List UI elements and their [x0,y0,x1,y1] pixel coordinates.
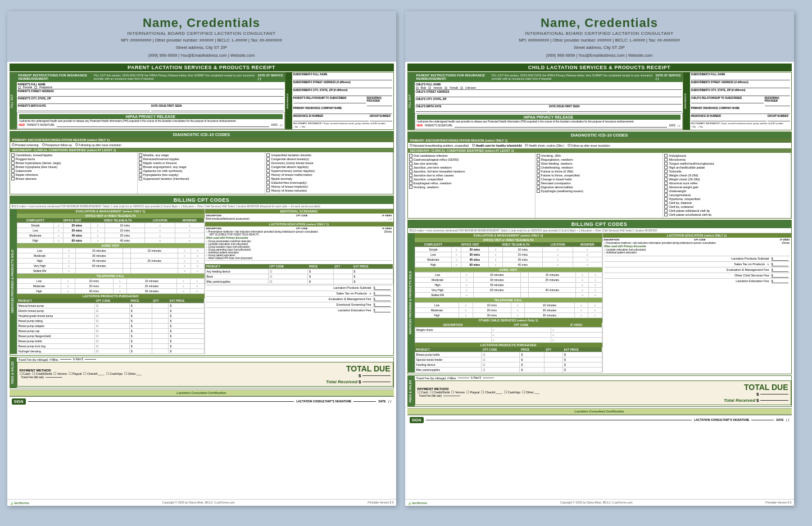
doc1-footer-version: Printable Version 8.0 [368,501,393,505]
doc2-date-line [751,420,774,420]
doc2-primary-item1[interactable]: Neonatal breastfeeding problem, unspecif… [410,144,469,147]
doc1-primary-label: PRIMARY: ENCOUNTER/CONSULTATION REASON (… [12,138,110,142]
doc1-signature-section: SIGN LACTATION CONSULTANT'S SIGNATURE DA… [10,396,394,406]
doc1-icd-col1: Candidiasis, breast/nipples Plugged duct… [10,152,138,194]
doc2-pay-credit[interactable]: Credit/Debit [433,391,450,394]
table-row: Moderate○30 minutes ○○ [17,253,204,258]
doc1-fees-main: FEES & SALES Travel Fee (by mileage): # … [10,357,393,388]
doc2-pay-check[interactable]: Check#____ [485,391,502,394]
table-row: Hydrogel dressing☐$$ [17,348,204,353]
doc1-tel-table: Low○10 mins ○10 minutes ○○ Moderate○20 m… [17,278,205,294]
doc1-contact: (999) 999-9999 | You@EmailAddress.com | … [13,52,391,58]
doc2-credential: INTERNATIONAL BOARD CERTIFIED LACTATION … [411,31,788,36]
doc2-pay-cashapp[interactable]: CashApp [507,391,520,394]
doc2-contact: (999) 999-9999 | You@EmailAddress.com | … [411,52,788,58]
table-row: Moderate○20 mins ○20 minutes ○○ [17,283,204,288]
doc1-date-label-sig: DATE [378,400,385,403]
doc1-primary-item3[interactable]: Following up after issue resolution [75,143,121,147]
doc1-payment-section: PAYMENT METHOD ☐ Cash ☐ Credit/Debit ☐ V… [17,362,393,387]
doc1-pay-paypal[interactable]: Paypal [72,372,82,375]
doc1-pay-credit[interactable]: Credit/Debit [35,372,52,375]
doc2-payment-section: PAYMENT METHOD ☐ Cash ☐ Credit/Debit ☐ V… [415,380,791,405]
doc1-hipaa-title: HIPAA PRIVACY RELEASE [19,114,283,119]
doc2-npi: NPI: ######### | Other provider number: … [411,37,788,43]
doc2-primary-item4[interactable]: Follow-up after issue resolution [568,144,610,147]
doc2-footer-version: Printable Version 8.0 [765,501,791,505]
doc2-pay-venmo[interactable]: Venmo [455,391,465,394]
doc1-credential: INTERNATIONAL BOARD CERTIFIED LACTATION … [13,31,391,36]
doc2-eval-title: EVALUATION & MANAGEMENT (select ONLY 1) [415,233,602,238]
doc2-icd-title: DIAGNOSTIC ICD-10 CODES [408,132,791,138]
doc1-cert-bar: Lactation Consultant Certification [10,389,394,396]
table-row: Low ○30 mins ○15 mins ○○ [17,228,204,233]
doc1-hipaa-text: I authorize the undersigned health care … [19,120,283,123]
doc1-sales-tax: Sales Tax on Products % $ [206,291,392,296]
doc1-form-body: PARENT LACTATION SERVICES & PRODUCTS REC… [7,62,396,499]
table-row: Skilled RN○ ○○ [415,292,602,297]
doc1-form-title: PARENT LACTATION SERVICES & PRODUCTS REC… [10,64,394,71]
doc2-services-section: SERVICES PROVIDED & PRODUCTS SOLD EVALUA… [408,233,791,373]
doc1-date-of-service: DATE OF SERVICE / / [258,74,283,81]
doc2-date-of-service: DATE OF SERVICE / / [656,74,681,81]
doc1-icd-title: DIAGNOSTIC ICD-10 CODES [10,132,393,138]
doc1-pay-cash[interactable]: Cash [23,372,30,375]
table-row: Breast pump cap☐$$ [17,328,204,333]
doc1-address: Street address, City ST ZIP [13,44,391,51]
doc2-sig-label: LACTATION CONSULTANT'S SIGNATURE [694,418,749,421]
table-row: Weight check○○ [415,327,602,332]
doc1-date-line [353,401,376,402]
doc2-hipaa: HIPAA PRIVACY RELEASE I authorize the un… [415,113,683,129]
doc1-primary-item1[interactable]: Prenatal screening [12,143,39,147]
doc2-icd-col1: Oral candidiasis infection Gastroesophag… [408,153,536,218]
doc2-pay-cash[interactable]: Cash [421,391,428,394]
doc2-pay-other[interactable]: Other:___ [526,391,539,394]
doc2-lact-edu-title: LACTATION EDUCATION (select ONLY 1) [603,233,791,238]
table-row: High○45 minutes 25 minutes ○○ [17,258,204,263]
doc2-primary-item3[interactable]: Health check, routine (29d+) [525,144,564,147]
table-row: Moderate ○45 mins ○25 mins ○○ [415,257,602,262]
doc1-icd-col2: Mastitis, any stage Retracted/inverted n… [138,152,265,194]
parent-receipt-doc: Name, Credentials INTERNATIONAL BOARD CE… [7,11,396,506]
doc1-primary-item2[interactable]: Postpartum follow-up [42,143,72,147]
doc1-products-subtotal: Lactation Products Subtotal $ [206,285,392,291]
doc2-pay-paypal[interactable]: Paypal [470,391,480,394]
doc2-icd-section: DIAGNOSTIC ICD-10 CODES PRIMARY: ENCOUNT… [407,132,792,219]
doc2-services-main-grid: SERVICES PROVIDED & PRODUCTS SOLD EVALUA… [408,233,791,373]
doc1-instructions-label: PARENT INSTRUCTIONS FOR INSURANCE REIMBU… [19,74,92,80]
doc2-fees-main: FEES & SALES Travel Fee (by mileage): # … [408,376,791,406]
table-row: Low○10 mins ○10 minutes ○○ [415,302,602,307]
doc1-pay-check[interactable]: Check#____ [87,372,105,375]
table-row: Moderate○20 mins ○20 minutes ○○ [415,307,602,312]
doc2-products-title: LACTATION PRODUCTS PURCHASED [415,343,602,347]
doc2-rate-label: Is Rate $ [471,377,481,379]
doc2-travel-flat-row: Travel Fee (flat rate) [418,394,540,398]
doc2-svc-content: EVALUATION & MANAGEMENT (select ONLY 1) … [415,233,791,373]
doc1-em-table: COMPLEXITY OFFICE VISIT VIDEO TELEHEALTH… [17,218,205,243]
doc1-travel-fee-label: Travel Fee (by mileage): # Miles [19,358,58,361]
doc1-pay-cashapp[interactable]: CashApp [110,372,123,375]
table-row: Very High○60 minutes ○○ [17,263,204,268]
doc1-footer: 🍃 lactforms Copyright © 2025 by Diana We… [7,499,396,506]
doc1-eval-title: EVALUATION & MANAGEMENT (select ONLY 1) [17,209,205,214]
doc2-footer: 🍃 lactforms Copyright © 2025 by Diana We… [405,499,794,506]
doc2-primary-item2[interactable]: Health care for healthy infant/child [472,144,521,147]
doc1-home-visit-title: HOME VISIT [17,243,205,248]
doc1-pay-venmo[interactable]: Venmo [57,372,67,375]
doc2-sig-line [426,420,692,420]
doc1-emotional-col: EMOTIONAL SCREENING DESCRIPTIONCPT CODEI… [205,209,393,354]
doc1-pay-other[interactable]: Other:___ [128,372,142,375]
table-row: Low○20 minutes 15 minutes ○○ [415,272,602,277]
doc1-fees-content: Travel Fee (by mileage): # Miles Is Rate… [17,357,393,388]
doc2-header: Name, Credentials INTERNATIONAL BOARD CE… [405,11,794,62]
table-row: Special needs feeder☐$$ [415,357,602,362]
doc2-hipaa-text: I authorize the undersigned health care … [417,120,681,124]
doc2-hipaa-title: HIPAA PRIVACY RELEASE [417,115,681,120]
doc1-sign-badge: SIGN [12,398,26,405]
table-row: Feeding device☐$$ [415,362,602,367]
table-row: Hospital-grade breast pump☐$$ [17,313,204,318]
doc2-tel-call-title: TELEPHONE CALL [415,298,602,302]
doc2-lact-edu-fee: Lactation Education Fee $ [604,278,790,284]
table-row: Moderate○30 minutes 25 minutes ○○ [415,277,602,282]
doc2-total-received-label: Total Received [724,398,755,403]
table-row: Breast pump lock ring☐$$ [17,343,204,348]
